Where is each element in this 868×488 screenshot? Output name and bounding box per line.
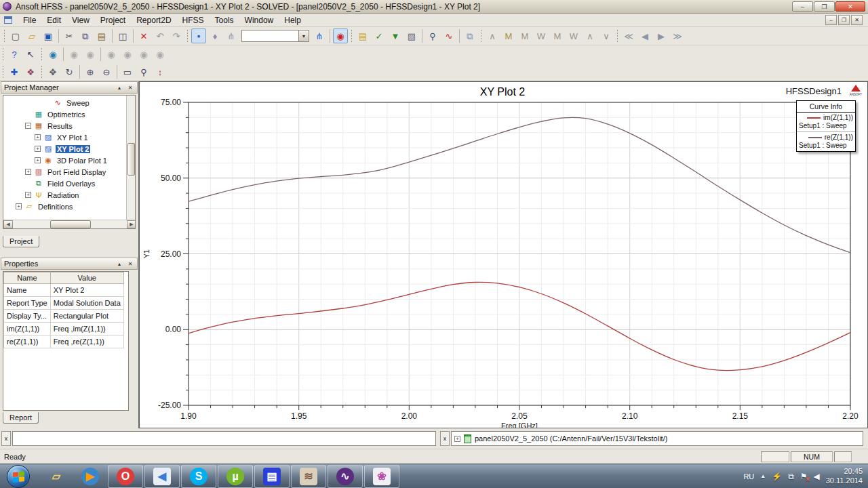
scrollbar-thumb[interactable] [127, 143, 135, 176]
restore-button[interactable]: ❐ [814, 1, 835, 12]
toolbar-drag-handle[interactable] [3, 28, 6, 43]
create-report-button[interactable]: ∿ [441, 28, 456, 43]
expand-icon[interactable]: + [25, 192, 31, 198]
toolbar-drag-handle[interactable] [479, 28, 483, 43]
open-file-button[interactable]: ▱ [24, 28, 39, 43]
tree-item-3d-polar-plot-1[interactable]: +◉3D Polar Plot 1 [5, 155, 135, 166]
menu-project[interactable]: Project [95, 14, 131, 26]
tree-item-definitions[interactable]: +▱Definitions [5, 201, 135, 212]
taskbar-skype[interactable]: S [181, 465, 216, 488]
taskbar-media-player[interactable]: ▶ [73, 465, 107, 488]
menu-tools[interactable]: Tools [210, 14, 239, 26]
redo-button[interactable]: ↷ [169, 28, 184, 43]
hide-object-button[interactable]: ◉ [83, 47, 98, 62]
wave-m-button[interactable]: M [517, 28, 532, 43]
undo-button[interactable]: ↶ [153, 28, 167, 43]
expand-icon[interactable]: + [25, 169, 31, 175]
column-header-value[interactable]: Value [50, 272, 123, 284]
collapse-icon[interactable]: − [25, 123, 31, 129]
wave-down-button[interactable]: ∨ [599, 28, 614, 43]
expand-icon[interactable]: + [16, 203, 22, 209]
nav-next-button[interactable]: ▶ [654, 28, 669, 43]
help-topics-button[interactable]: ? [7, 47, 22, 62]
scrollbar-thumb[interactable] [50, 220, 91, 228]
delete-button[interactable]: ✕ [136, 28, 151, 43]
rotate-button[interactable]: ↻ [62, 64, 77, 79]
material-select-combo[interactable]: ▼ [241, 30, 309, 42]
tree-item-field-overlays[interactable]: ⧉Field Overlays [5, 178, 135, 189]
edit-notes-button[interactable]: ▨ [404, 28, 419, 43]
language-indicator[interactable]: RU [743, 472, 754, 481]
minimize-button[interactable]: – [792, 1, 813, 12]
menu-view[interactable]: View [66, 14, 95, 26]
taskbar-text-editor-save[interactable]: ▤ [254, 465, 290, 488]
show-selection-button[interactable]: ◉ [136, 47, 151, 62]
property-value[interactable]: XY Plot 2 [50, 284, 123, 297]
nav-prev-button[interactable]: ◀ [637, 28, 652, 43]
cut-button[interactable]: ✂ [62, 28, 77, 43]
wave-w2-button[interactable]: W [566, 28, 581, 43]
toolbar-drag-handle[interactable] [186, 28, 189, 43]
expand-icon[interactable]: + [35, 157, 41, 163]
pin-icon[interactable]: ▴ [115, 261, 123, 267]
menu-report2d[interactable]: Report2D [131, 14, 176, 26]
analyze-all-button[interactable]: ✓ [372, 28, 387, 43]
property-row[interactable]: re(Z(1,1))Freq ,re(Z(1,1)) [4, 336, 124, 348]
taskbar-opera-browser[interactable]: O [108, 465, 143, 488]
hide-selection-button[interactable]: ◉ [153, 47, 167, 62]
close-button[interactable]: ✕ [835, 1, 865, 12]
legend-entry[interactable]: im(Z(1,1))Setup1 : Sweep [797, 113, 855, 132]
save-button[interactable]: ▣ [41, 28, 56, 43]
zoom-in-button[interactable]: ⊕ [83, 64, 98, 79]
property-row[interactable]: Display Ty...Rectangular Plot [4, 310, 124, 323]
taskbar-windows-explorer[interactable]: ▱ [39, 465, 73, 488]
menu-hfss[interactable]: HFSS [177, 14, 210, 26]
taskbar-utorrent[interactable]: µ [218, 465, 253, 488]
menu-file[interactable]: File [18, 14, 41, 26]
boundary-tree-button[interactable]: ⋔ [224, 28, 239, 43]
zoom-window-button[interactable]: ▭ [120, 64, 135, 79]
taskbar-paint[interactable]: ❀ [364, 465, 399, 488]
hide-all-button[interactable]: ◉ [120, 47, 135, 62]
new-file-button[interactable]: ▢ [8, 28, 23, 43]
message-window[interactable] [12, 431, 436, 446]
tree-horizontal-scrollbar[interactable]: ◀ ▶ [3, 220, 136, 228]
solids-view-button[interactable]: ▪ [191, 28, 206, 43]
show-visible-button[interactable]: ◉ [45, 47, 60, 62]
close-panel-icon[interactable]: ✕ [126, 85, 134, 91]
show-all-button[interactable]: ◉ [104, 47, 119, 62]
expand-icon[interactable]: + [35, 146, 41, 152]
nav-last-button[interactable]: ≫ [670, 28, 685, 43]
property-value[interactable]: Modal Solution Data [50, 297, 123, 310]
coordinate-system-button[interactable]: ❖ [23, 64, 38, 79]
pan-button[interactable]: ✥ [45, 64, 60, 79]
context-help-button[interactable]: ↖ [23, 47, 38, 62]
power-plug-icon[interactable]: ⚡ [772, 472, 782, 481]
submit-job-button[interactable]: ▼ [388, 28, 403, 43]
property-value[interactable]: Freq ,re(Z(1,1)) [50, 336, 123, 348]
tab-project[interactable]: Project [3, 236, 39, 247]
solution-setup-button[interactable]: ▤ [355, 28, 370, 43]
close-message-window-icon[interactable]: x [1, 431, 11, 446]
tree-item-sweep[interactable]: ∿Sweep [5, 97, 135, 108]
mdi-restore-button[interactable]: ❐ [838, 15, 850, 25]
paste-button[interactable]: ▤ [94, 28, 109, 43]
start-button[interactable] [7, 465, 30, 488]
wave-m2-button[interactable]: M [550, 28, 565, 43]
tree-item-results[interactable]: −▦Results [5, 120, 135, 131]
copy-button[interactable]: ⧉ [78, 28, 93, 43]
menu-window[interactable]: Window [239, 14, 279, 26]
tree-item-optimetrics[interactable]: ▦Optimetrics [5, 108, 135, 120]
tree-vertical-scrollbar[interactable] [126, 96, 135, 220]
wave-w-button[interactable]: W [534, 28, 549, 43]
column-header-name[interactable]: Name [4, 272, 51, 284]
port-setup-button[interactable]: ⋔ [312, 28, 327, 43]
taskbar-signal-curves-app[interactable]: ≋ [291, 465, 326, 488]
zoom-out-button[interactable]: ⊖ [99, 64, 114, 79]
network-icon[interactable]: ⧉ [788, 472, 794, 481]
taskbar-ansoft-hfss[interactable]: ∿ [328, 465, 363, 488]
property-row[interactable]: Report TypeModal Solution Data [4, 297, 124, 310]
close-panel-icon[interactable]: ✕ [126, 261, 134, 267]
speaker-icon[interactable]: ◀ [814, 472, 820, 481]
toolbar-drag-handle[interactable] [40, 47, 43, 62]
